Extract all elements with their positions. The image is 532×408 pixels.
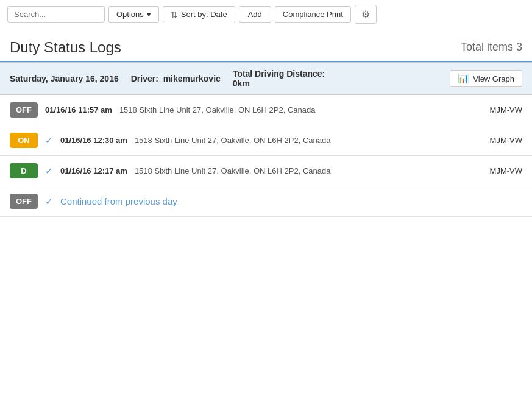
gear-icon: ⚙	[361, 9, 370, 20]
log-address: 1518 Sixth Line Unit 27, Oakville, ON L6…	[119, 105, 316, 114]
view-graph-button[interactable]: 📊 View Graph	[450, 70, 522, 87]
view-graph-label: View Graph	[473, 74, 514, 83]
options-button[interactable]: Options ▾	[108, 6, 159, 23]
status-badge: ON	[10, 133, 38, 148]
add-label: Add	[248, 10, 262, 19]
driver-label: Driver:	[131, 74, 158, 83]
continued-text: Continued from previous day	[60, 196, 177, 206]
table-row: OFF01/16/16 11:57 am1518 Sixth Line Unit…	[0, 95, 532, 125]
status-badge: D	[10, 163, 38, 178]
total-items: Total items 3	[461, 41, 522, 56]
day-driver: Driver: mikemurkovic	[131, 74, 221, 83]
log-datetime: 01/16/16 12:17 am	[60, 166, 127, 175]
distance-label: Total Driving Distance:	[233, 69, 325, 79]
distance-value: 0km	[233, 79, 250, 88]
compliance-print-label: Compliance Print	[283, 10, 343, 19]
toolbar: Options ▾ ⇅ Sort by: Date Add Compliance…	[0, 0, 532, 29]
options-label: Options	[116, 10, 144, 19]
sort-button[interactable]: ⇅ Sort by: Date	[163, 6, 235, 23]
log-vehicle: MJM-VW	[490, 105, 522, 114]
page-title: Duty Status Logs	[10, 39, 121, 56]
log-vehicle: MJM-VW	[490, 166, 522, 175]
table-row: ON✓01/16/16 12:30 am1518 Sixth Line Unit…	[0, 125, 532, 156]
log-datetime: 01/16/16 11:57 am	[45, 105, 112, 114]
check-icon: ✓	[45, 166, 53, 177]
sort-label: Sort by: Date	[181, 10, 227, 19]
log-vehicle: MJM-VW	[490, 136, 522, 145]
compliance-print-button[interactable]: Compliance Print	[275, 6, 351, 23]
search-input[interactable]	[7, 6, 105, 23]
status-badge: OFF	[10, 102, 38, 118]
day-date: Saturday, January 16, 2016	[10, 74, 119, 83]
driver-name: mikemurkovic	[163, 74, 221, 83]
check-icon: ✓	[45, 196, 53, 207]
table-row: D✓01/16/16 12:17 am1518 Sixth Line Unit …	[0, 156, 532, 186]
log-list: OFF01/16/16 11:57 am1518 Sixth Line Unit…	[0, 95, 532, 217]
status-badge: OFF	[10, 194, 38, 209]
check-icon: ✓	[45, 135, 53, 146]
log-address: 1518 Sixth Line Unit 27, Oakville, ON L6…	[135, 136, 331, 145]
add-button[interactable]: Add	[239, 6, 271, 23]
log-datetime: 01/16/16 12:30 am	[60, 136, 127, 145]
log-address: 1518 Sixth Line Unit 27, Oakville, ON L6…	[135, 166, 331, 175]
sort-icon: ⇅	[171, 10, 178, 19]
table-row: OFF✓Continued from previous day	[0, 186, 532, 217]
day-distance: Total Driving Distance: 0km	[233, 69, 325, 88]
bar-chart-icon: 📊	[458, 73, 469, 84]
chevron-down-icon: ▾	[147, 10, 151, 19]
page-header: Duty Status Logs Total items 3	[0, 29, 532, 62]
gear-button[interactable]: ⚙	[355, 5, 377, 24]
day-header: Saturday, January 16, 2016 Driver: mikem…	[0, 62, 532, 95]
